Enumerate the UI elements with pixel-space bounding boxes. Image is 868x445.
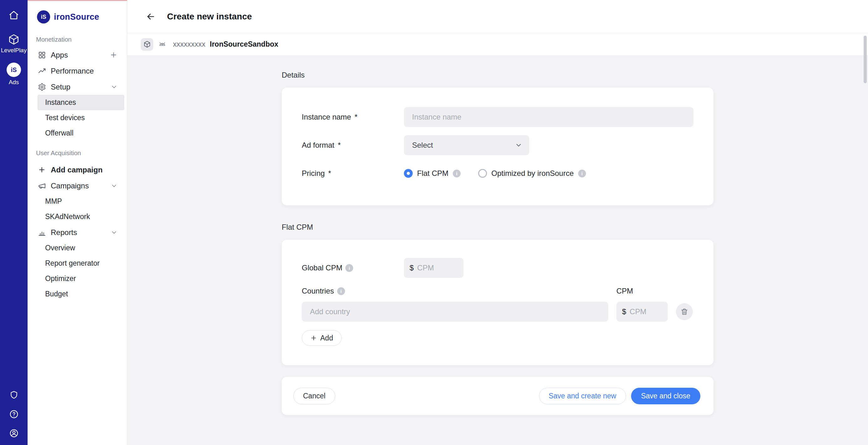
delete-row-button[interactable] <box>676 303 693 320</box>
ironsource-logo-icon: iS <box>7 63 21 77</box>
help-icon[interactable] <box>9 409 19 419</box>
sidebar-subitem-label: Test devices <box>45 113 85 122</box>
instance-name-input[interactable] <box>404 107 693 127</box>
sidebar-subitem-label: Budget <box>45 290 68 298</box>
sidebar-item-overview[interactable]: Overview <box>38 240 124 256</box>
info-icon[interactable]: i <box>345 264 353 272</box>
sidebar-item-label: Add campaign <box>51 166 118 174</box>
sidebar-item-performance[interactable]: Performance <box>28 63 127 79</box>
add-button-label: Add <box>320 334 333 342</box>
sidebar-item-label: Apps <box>51 51 105 60</box>
info-icon[interactable]: i <box>578 170 586 177</box>
flat-cpm-section-title: Flat CPM <box>282 223 714 232</box>
add-country-input[interactable] <box>302 302 608 322</box>
chevron-down-icon <box>515 141 522 149</box>
required-asterisk: * <box>328 169 331 178</box>
sidebar-item-apps[interactable]: Apps <box>28 47 127 63</box>
info-icon[interactable]: i <box>337 287 345 295</box>
main-content: Details Instance name* Ad format* Select <box>127 56 868 445</box>
chevron-down-icon <box>111 182 118 189</box>
save-and-close-button[interactable]: Save and close <box>631 388 700 404</box>
sidebar-item-mmp[interactable]: MMP <box>38 194 124 209</box>
country-cpm-input[interactable] <box>629 307 662 316</box>
rail-item-home[interactable] <box>8 10 19 21</box>
back-button[interactable] <box>146 11 156 22</box>
details-card: Instance name* Ad format* Select <box>282 88 714 205</box>
sidebar-item-label: Reports <box>51 228 106 237</box>
megaphone-icon <box>38 181 46 190</box>
add-country-button[interactable]: Add <box>302 330 342 346</box>
app-id: xxxxxxxxx <box>173 40 206 48</box>
brand-logo[interactable]: iS ironSource <box>28 10 127 24</box>
required-asterisk: * <box>338 141 341 149</box>
plus-icon <box>38 166 46 174</box>
bar-chart-icon <box>38 228 46 237</box>
rail-bottom <box>9 390 19 438</box>
page-title: Create new instance <box>167 11 252 22</box>
rail-ads-label: Ads <box>9 79 19 85</box>
add-app-icon[interactable] <box>110 51 118 59</box>
app-context-bar: xxxxxxxxx IronSourceSandbox <box>127 33 868 56</box>
rail-levelplay-label: LevelPlay <box>1 47 27 53</box>
sidebar-subitem-label: SKAdNetwork <box>45 212 90 221</box>
currency-symbol: $ <box>409 264 414 272</box>
ad-format-select[interactable]: Select <box>404 135 529 155</box>
sidebar-subitem-label: Report generator <box>45 259 100 268</box>
global-cpm-row: Global CPM i $ <box>302 258 693 278</box>
radio-unselected-icon[interactable] <box>478 169 487 178</box>
required-asterisk: * <box>354 113 357 122</box>
scrollbar-thumb[interactable] <box>864 36 867 83</box>
global-cpm-label: Global CPM i <box>302 264 404 272</box>
shield-icon[interactable] <box>9 390 19 400</box>
pricing-radio-group: Flat CPM i Optimized by ironSource i <box>404 169 693 178</box>
app-name: IronSourceSandbox <box>210 40 279 48</box>
sidebar-item-add-campaign[interactable]: Add campaign <box>28 162 127 178</box>
sidebar-subitem-label: Optimizer <box>45 274 76 283</box>
details-section-title: Details <box>282 71 714 79</box>
plus-icon <box>310 335 317 341</box>
cancel-button[interactable]: Cancel <box>293 388 335 404</box>
sidebar-item-campaigns[interactable]: Campaigns <box>28 178 127 194</box>
sidebar-item-label: Performance <box>51 67 118 75</box>
info-icon[interactable]: i <box>453 170 461 177</box>
levelplay-cube-icon <box>8 34 20 45</box>
page-header: Create new instance <box>127 0 868 33</box>
instance-name-label: Instance name* <box>302 113 404 122</box>
sidebar-item-label: Campaigns <box>51 181 106 190</box>
global-cpm-input[interactable] <box>417 264 458 272</box>
brand-wordmark: ironSource <box>54 12 99 22</box>
sidebar-item-setup[interactable]: Setup <box>28 79 127 95</box>
radio-selected-icon[interactable] <box>404 169 413 178</box>
sidebar-item-budget[interactable]: Budget <box>38 286 124 302</box>
form-actions-card: Cancel Save and create new Save and clos… <box>282 377 714 415</box>
rail-item-ads[interactable]: iS Ads <box>7 63 21 85</box>
trash-icon <box>680 308 688 316</box>
sidebar-item-offerwall[interactable]: Offerwall <box>38 126 124 141</box>
save-and-create-new-button[interactable]: Save and create new <box>539 388 626 404</box>
sidebar-subitem-label: MMP <box>45 197 62 206</box>
optimized-radio-option[interactable]: Optimized by ironSource i <box>478 169 586 178</box>
home-icon <box>8 10 19 21</box>
sidebar-item-reports[interactable]: Reports <box>28 225 127 240</box>
account-icon[interactable] <box>9 429 19 438</box>
chevron-down-icon <box>111 229 118 236</box>
select-value: Select <box>412 141 433 149</box>
sidebar-item-test-devices[interactable]: Test devices <box>38 110 124 126</box>
countries-header-row: Countries i CPM <box>302 287 693 296</box>
ironsource-brand-mark-icon: iS <box>37 10 50 24</box>
sidebar-subitem-label: Overview <box>45 244 75 252</box>
global-cpm-input-wrap: $ <box>404 258 463 278</box>
sidebar-subitem-label: Offerwall <box>45 129 73 137</box>
sidebar-item-skadnetwork[interactable]: SKAdNetwork <box>38 209 124 225</box>
pricing-row: Pricing* Flat CPM i Optimized by ironSou… <box>302 163 693 183</box>
sidebar-item-instances[interactable]: Instances <box>38 95 124 110</box>
rail-item-levelplay[interactable]: LevelPlay <box>1 34 27 53</box>
sidebar-subitem-label: Instances <box>45 98 76 107</box>
cpm-column-label: CPM <box>616 287 668 296</box>
performance-chart-icon <box>38 67 46 75</box>
flat-cpm-radio-option[interactable]: Flat CPM i <box>404 169 461 178</box>
brand-mark-text: iS <box>41 14 46 20</box>
country-cpm-input-wrap: $ <box>616 302 668 322</box>
sidebar-item-report-generator[interactable]: Report generator <box>38 256 124 271</box>
sidebar-item-optimizer[interactable]: Optimizer <box>38 271 124 286</box>
